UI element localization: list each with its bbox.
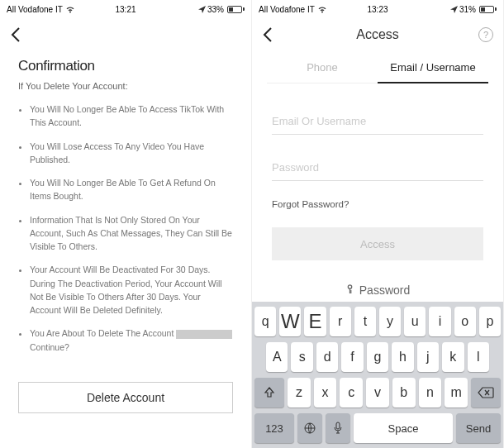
- list-item: You Will No Longer Be Able To Get A Refu…: [30, 176, 233, 203]
- svg-rect-2: [336, 422, 340, 429]
- list-item: Your Account Will Be Deactivated For 30 …: [30, 263, 233, 317]
- list-item: You Will Lose Access To Any Video You Ha…: [30, 140, 233, 167]
- tabs: Phone Email / Username: [267, 51, 488, 83]
- confirmation-content: Confirmation If You Delete Your Account:…: [0, 51, 251, 370]
- carrier-label: All Vodafone IT: [259, 5, 315, 14]
- key-v[interactable]: v: [366, 378, 389, 407]
- key-e[interactable]: E: [304, 307, 326, 336]
- key-i[interactable]: i: [429, 307, 450, 336]
- tab-phone[interactable]: Phone: [267, 51, 378, 83]
- key-b[interactable]: b: [392, 378, 416, 407]
- key-k[interactable]: k: [442, 342, 464, 372]
- location-icon: [450, 6, 458, 13]
- backspace-key[interactable]: [471, 378, 501, 407]
- svg-point-0: [348, 285, 351, 288]
- globe-key[interactable]: [297, 413, 322, 443]
- page-title: Confirmation: [18, 58, 233, 74]
- access-button[interactable]: Access: [272, 227, 483, 260]
- access-pane: All Vodafone IT 13:23 31% Access ? Phone…: [252, 0, 504, 448]
- key-x[interactable]: x: [314, 378, 337, 407]
- battery-pct: 31%: [459, 5, 476, 14]
- wifi-icon: [65, 6, 75, 13]
- key-g[interactable]: g: [367, 342, 388, 372]
- nav-bar: Access ?: [252, 18, 503, 51]
- numeric-key[interactable]: 123: [254, 413, 294, 443]
- key-m[interactable]: m: [445, 378, 468, 407]
- key-n[interactable]: n: [419, 378, 442, 407]
- key-o[interactable]: o: [454, 307, 476, 336]
- tab-email[interactable]: Email / Username: [378, 51, 488, 83]
- key-r[interactable]: r: [330, 307, 351, 336]
- list-item: You Are About To Delete The Account Cont…: [30, 326, 233, 354]
- wifi-icon: [317, 6, 327, 13]
- nav-bar: [0, 18, 251, 51]
- key-w[interactable]: W: [279, 307, 301, 336]
- nav-title: Access: [356, 27, 399, 42]
- email-field[interactable]: [272, 107, 483, 135]
- key-j[interactable]: j: [417, 342, 439, 372]
- help-button[interactable]: ?: [478, 27, 493, 42]
- key-f[interactable]: f: [341, 342, 363, 372]
- key-icon: [345, 284, 354, 296]
- key-y[interactable]: y: [379, 307, 401, 336]
- key-c[interactable]: c: [340, 378, 363, 407]
- password-hint: Password: [252, 279, 503, 302]
- send-key[interactable]: Send: [456, 413, 501, 443]
- clock: 13:21: [115, 5, 136, 14]
- back-button[interactable]: [10, 26, 21, 43]
- status-bar: All Vodafone IT 13:21 33%: [0, 0, 251, 18]
- key-s[interactable]: s: [291, 342, 312, 372]
- key-d[interactable]: d: [316, 342, 338, 372]
- confirmation-pane: All Vodafone IT 13:21 33% Confirmation I…: [0, 0, 252, 448]
- location-icon: [198, 6, 206, 13]
- shift-key[interactable]: [254, 378, 284, 407]
- key-q[interactable]: q: [254, 307, 276, 336]
- status-bar: All Vodafone IT 13:23 31%: [252, 0, 503, 18]
- key-p[interactable]: p: [479, 307, 501, 336]
- key-z[interactable]: z: [288, 378, 311, 407]
- password-field[interactable]: [272, 153, 483, 181]
- battery-icon: [226, 6, 245, 13]
- battery-pct: 33%: [207, 5, 224, 14]
- delete-account-button[interactable]: Delete Account: [18, 382, 233, 413]
- login-form: Forgot Password? Access: [252, 83, 503, 260]
- key-h[interactable]: h: [392, 342, 413, 372]
- key-u[interactable]: u: [404, 307, 426, 336]
- key-a[interactable]: A: [266, 342, 288, 372]
- list-item: Information That Is Not Only Stored On Y…: [30, 213, 233, 254]
- space-key[interactable]: Space: [354, 413, 453, 443]
- mic-key[interactable]: [326, 413, 350, 443]
- back-button[interactable]: [262, 26, 273, 43]
- forgot-password-link[interactable]: Forgot Password?: [272, 199, 483, 209]
- carrier-label: All Vodafone IT: [7, 5, 63, 14]
- subtitle: If You Delete Your Account:: [18, 81, 233, 91]
- battery-icon: [478, 6, 497, 13]
- redacted-name: [176, 330, 232, 339]
- list-item: You Will No Longer Be Able To Access Tik…: [30, 102, 233, 130]
- keyboard: Password q W E r t y u i o p A s d f g h…: [252, 279, 503, 448]
- key-t[interactable]: t: [354, 307, 376, 336]
- bullet-list: You Will No Longer Be Able To Access Tik…: [18, 102, 233, 354]
- key-l[interactable]: l: [468, 342, 489, 372]
- clock: 13:23: [367, 5, 388, 14]
